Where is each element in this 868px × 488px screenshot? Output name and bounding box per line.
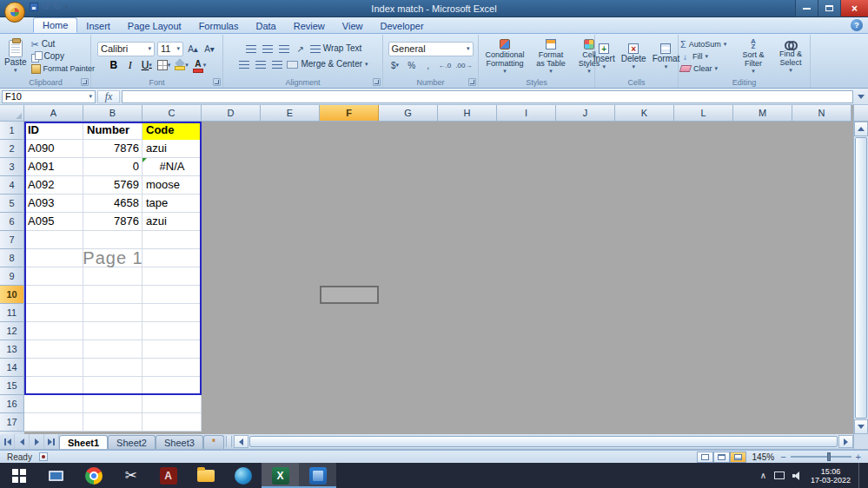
- row-header-7[interactable]: 7: [0, 231, 24, 249]
- cell-C5[interactable]: tape: [142, 195, 202, 213]
- column-header-H[interactable]: H: [438, 105, 497, 122]
- insert-function-button[interactable]: fx: [97, 90, 120, 103]
- column-header-B[interactable]: B: [83, 105, 142, 122]
- scroll-left-button[interactable]: [234, 435, 248, 448]
- column-header-K[interactable]: K: [615, 105, 674, 122]
- row-header-17[interactable]: 17: [0, 413, 24, 432]
- cell-C6[interactable]: azui: [142, 213, 202, 231]
- cell-B3[interactable]: 0: [83, 158, 142, 176]
- align-bottom-button[interactable]: [277, 43, 291, 56]
- row-header-14[interactable]: 14: [0, 359, 24, 377]
- vertical-scroll-thumb[interactable]: [855, 137, 867, 419]
- row-header-15[interactable]: 15: [0, 377, 24, 395]
- formula-input[interactable]: [122, 90, 853, 103]
- tab-review[interactable]: Review: [285, 19, 334, 33]
- paste-button[interactable]: Paste ▾: [3, 39, 29, 74]
- cell-A2[interactable]: A090: [24, 140, 83, 158]
- merge-center-button[interactable]: Merge & Center▾: [287, 59, 368, 69]
- cell-C1[interactable]: Code: [142, 122, 202, 140]
- cell-A4[interactable]: A092: [24, 176, 83, 195]
- horizontal-scrollbar[interactable]: [234, 435, 853, 448]
- autosum-button[interactable]: ΣAutoSum▾: [680, 39, 733, 49]
- insert-worksheet-tab[interactable]: [203, 435, 224, 449]
- row-header-4[interactable]: 4: [0, 176, 24, 195]
- row-header-13[interactable]: 13: [0, 340, 24, 359]
- zoom-level[interactable]: 145%: [752, 452, 775, 462]
- number-format-select[interactable]: General▾: [388, 42, 474, 56]
- column-header-F[interactable]: F: [320, 105, 379, 122]
- cell-A6[interactable]: A095: [24, 213, 83, 231]
- sort-filter-button[interactable]: Sort & Filter ▾: [736, 38, 771, 75]
- taskbar-photos-button[interactable]: [299, 463, 336, 488]
- previous-sheet-button[interactable]: [15, 434, 30, 449]
- sheet-tab-sheet3[interactable]: Sheet3: [156, 435, 203, 449]
- close-button[interactable]: ×: [840, 0, 868, 16]
- show-desktop-button[interactable]: [858, 463, 863, 488]
- align-right-button[interactable]: [270, 58, 284, 71]
- scroll-right-button[interactable]: [838, 435, 853, 448]
- clear-button[interactable]: Clear▾: [680, 63, 733, 74]
- tab-page-layout[interactable]: Page Layout: [119, 19, 190, 33]
- shrink-font-button[interactable]: A▾: [202, 43, 216, 56]
- network-icon[interactable]: [774, 472, 785, 479]
- save-icon[interactable]: [30, 3, 38, 11]
- scroll-up-button[interactable]: [854, 122, 868, 136]
- copy-button[interactable]: Copy: [31, 51, 96, 62]
- start-button[interactable]: [0, 463, 37, 488]
- zoom-in-icon[interactable]: +: [856, 452, 861, 461]
- cell-A1[interactable]: ID: [24, 122, 83, 140]
- taskbar-adobe-reader-button[interactable]: A: [149, 463, 187, 488]
- delete-cells-button[interactable]: Delete ▾: [620, 43, 648, 70]
- grow-font-button[interactable]: A▴: [186, 43, 200, 56]
- increase-decimal-button[interactable]: ←.0: [438, 59, 453, 72]
- font-dialog-launcher[interactable]: [213, 78, 221, 86]
- row-header-6[interactable]: 6: [0, 213, 24, 231]
- cell-A5[interactable]: A093: [24, 195, 83, 213]
- font-name-select[interactable]: Calibri▾: [97, 42, 155, 56]
- page-layout-view-button[interactable]: [713, 452, 730, 463]
- next-sheet-button[interactable]: [30, 434, 44, 449]
- tab-split-handle[interactable]: [226, 436, 232, 447]
- first-sheet-button[interactable]: [0, 434, 15, 449]
- sheet-tab-sheet2[interactable]: Sheet2: [108, 435, 156, 449]
- taskbar-browser-button[interactable]: [224, 463, 262, 488]
- font-color-button[interactable]: A▾: [192, 59, 208, 72]
- tab-insert[interactable]: Insert: [77, 19, 119, 33]
- format-as-table-button[interactable]: Format as Table ▾: [532, 38, 570, 75]
- formula-bar-expand-icon[interactable]: [855, 90, 866, 103]
- wrap-text-button[interactable]: Wrap Text: [310, 43, 362, 54]
- italic-button[interactable]: I: [123, 59, 137, 72]
- underline-button[interactable]: U▾: [140, 59, 154, 72]
- bold-button[interactable]: B: [107, 59, 121, 72]
- last-sheet-button[interactable]: [44, 434, 59, 449]
- zoom-slider-thumb[interactable]: [827, 452, 831, 461]
- row-header-16[interactable]: 16: [0, 395, 24, 413]
- restore-button[interactable]: [818, 0, 840, 16]
- taskbar-clock[interactable]: 15:06 17-03-2022: [811, 467, 851, 485]
- cell-B4[interactable]: 5769: [83, 176, 142, 195]
- cell-B2[interactable]: 7876: [83, 140, 142, 158]
- borders-button[interactable]: ▾: [156, 59, 172, 72]
- cell-A3[interactable]: A091: [24, 158, 83, 176]
- select-all-button[interactable]: [0, 105, 24, 122]
- column-header-E[interactable]: E: [261, 105, 320, 122]
- column-header-J[interactable]: J: [556, 105, 615, 122]
- office-button[interactable]: [4, 2, 25, 23]
- cell-C4[interactable]: moose: [142, 176, 202, 195]
- column-header-C[interactable]: C: [142, 105, 202, 122]
- cell-B5[interactable]: 4658: [83, 195, 142, 213]
- redo-icon[interactable]: ↻: [53, 2, 61, 11]
- format-cells-button[interactable]: Format ▾: [651, 43, 682, 70]
- percent-style-button[interactable]: %: [405, 59, 419, 72]
- row-header-10[interactable]: 10: [0, 286, 24, 304]
- volume-icon[interactable]: [792, 471, 803, 481]
- macro-record-button[interactable]: [39, 452, 48, 461]
- column-header-M[interactable]: M: [733, 105, 792, 122]
- column-header-A[interactable]: A: [24, 105, 83, 122]
- row-header-2[interactable]: 2: [0, 140, 24, 158]
- taskbar-chrome-button[interactable]: [75, 463, 112, 488]
- row-header-1[interactable]: 1: [0, 122, 24, 140]
- align-middle-button[interactable]: [261, 43, 275, 56]
- font-size-select[interactable]: 11▾: [157, 42, 183, 56]
- clipboard-dialog-launcher[interactable]: [81, 78, 89, 86]
